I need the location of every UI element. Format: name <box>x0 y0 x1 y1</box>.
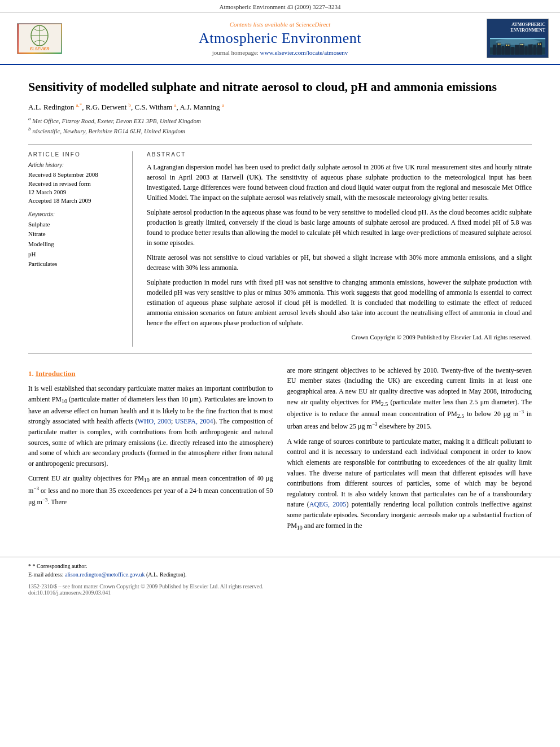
journal-title: Atmospheric Environment <box>79 30 481 47</box>
homepage-url[interactable]: www.elsevier.com/locate/atmosenv <box>260 49 348 56</box>
ref-usepa[interactable]: USEPA, 2004 <box>175 417 213 425</box>
footer-issn-area: 1352-2310/$ – see front matter Crown Cop… <box>0 583 560 601</box>
abstract-para-1: A Lagrangian dispersion model has been u… <box>147 162 532 203</box>
journal-logo-area: ATMOSPHERICENVIRONMENT <box>481 19 549 58</box>
page-wrapper: Atmospheric Environment 43 (2009) 3227–3… <box>0 0 560 601</box>
ref-who[interactable]: WHO, 2003 <box>138 417 171 425</box>
svg-rect-12 <box>515 45 519 55</box>
doi-line: doi:10.1016/j.atmosenv.2009.03.041 <box>28 589 532 596</box>
abstract-heading: ABSTRACT <box>147 151 532 158</box>
svg-rect-16 <box>533 45 536 55</box>
article-info-column: ARTICLE INFO Article history: Received 8… <box>28 151 133 347</box>
abstract-para-3: Nitrate aerosol was not sensitive to clo… <box>147 252 532 273</box>
affiliations: a Met Office, Fitzroy Road, Exeter, Devo… <box>28 115 532 136</box>
corresponding-author-note: * * Corresponding author. <box>28 562 532 570</box>
svg-rect-17 <box>537 42 542 55</box>
keyword-modelling: Modelling <box>28 239 124 250</box>
keywords-section: Keywords: Sulphate Nitrate Modelling pH … <box>28 211 124 269</box>
email-label: E-mail address: <box>28 571 63 578</box>
abstract-column: ABSTRACT A Lagrangian dispersion model h… <box>147 151 532 347</box>
corresponding-label: * Corresponding author. <box>33 563 88 569</box>
page-footer: * * Corresponding author. E-mail address… <box>0 557 560 579</box>
ref-aqeg[interactable]: AQEG, 2005 <box>309 500 347 508</box>
sciencedirect-prefix: Contents lists available at <box>230 21 296 28</box>
svg-rect-14 <box>525 46 528 55</box>
abstract-text: A Lagrangian dispersion model has been u… <box>147 162 532 342</box>
intro-para-3: are more stringent objectives to be achi… <box>287 365 532 432</box>
section1-number: 1. <box>28 369 34 378</box>
ae-journal-logo: ATMOSPHERICENVIRONMENT <box>487 19 549 58</box>
svg-text:ELSEVIER: ELSEVIER <box>29 47 49 51</box>
elsevier-logo-image: ELSEVIER <box>17 23 62 54</box>
journal-reference-bar: Atmospheric Environment 43 (2009) 3227–3… <box>0 0 560 13</box>
main-content: Sensitivity of modelled sulphate and nit… <box>0 65 560 548</box>
email-suffix: (A.L. Redington). <box>146 571 187 578</box>
affiliation-b: rdscientific, Newbury, Berkshire RG14 6L… <box>32 128 185 134</box>
body-right-column: are more stringent objectives to be achi… <box>287 365 532 537</box>
svg-rect-24 <box>538 43 539 45</box>
elsevier-logo: ELSEVIER <box>11 23 68 54</box>
svg-rect-11 <box>511 47 514 55</box>
journal-header: ELSEVIER Contents lists available at Sci… <box>0 13 560 65</box>
section1-heading: 1. Introduction <box>28 368 273 379</box>
copyright-line: Crown Copyright © 2009 Published by Else… <box>147 333 532 342</box>
email-note: E-mail address: alison.redington@metoffi… <box>28 570 532 579</box>
received-date: Received 8 September 2008 <box>28 171 124 179</box>
svg-rect-9 <box>502 46 505 55</box>
body-right-text: are more stringent objectives to be achi… <box>287 365 532 532</box>
body-left-text: It is well established that secondary pa… <box>28 383 273 507</box>
history-label: Article history: <box>28 162 124 168</box>
keywords-label: Keywords: <box>28 211 124 217</box>
authors-line: A.L. Redington a,*, R.G. Derwent b, C.S.… <box>28 102 532 112</box>
abstract-para-4: Sulphate production in model runs with f… <box>147 277 532 328</box>
abstract-para-2: Sulphate aerosol production in the aqueo… <box>147 207 532 248</box>
section1-title: Introduction <box>36 369 76 378</box>
article-info-heading: ARTICLE INFO <box>28 151 124 158</box>
body-left-column: 1. Introduction It is well established t… <box>28 365 273 537</box>
ae-logo-image <box>490 38 545 55</box>
email-address[interactable]: alison.redington@metoffice.gov.uk <box>65 571 145 578</box>
svg-rect-18 <box>498 43 499 45</box>
ae-logo-title: ATMOSPHERICENVIRONMENT <box>490 22 545 33</box>
journal-reference-text: Atmospheric Environment 43 (2009) 3227–3… <box>219 3 340 10</box>
elsevier-logo-area: ELSEVIER <box>11 23 79 54</box>
keyword-ph: pH <box>28 250 124 260</box>
keyword-nitrate: Nitrate <box>28 229 124 239</box>
keyword-sulphate: Sulphate <box>28 220 124 230</box>
svg-rect-15 <box>528 44 533 55</box>
intro-para-2: Current EU air quality objectives for PM… <box>28 473 273 507</box>
issn-line: 1352-2310/$ – see front matter Crown Cop… <box>28 583 532 589</box>
homepage-prefix: journal homepage: <box>212 49 260 56</box>
accepted-date: Accepted 18 March 2009 <box>28 196 124 205</box>
sciencedirect-name[interactable]: ScienceDirect <box>296 21 330 28</box>
journal-header-center: Contents lists available at ScienceDirec… <box>79 21 481 56</box>
sciencedirect-link: Contents lists available at ScienceDirec… <box>79 21 481 28</box>
keyword-particulates: Particulates <box>28 259 124 269</box>
article-title: Sensitivity of modelled sulphate and nit… <box>28 79 532 95</box>
svg-rect-25 <box>540 43 541 45</box>
body-content: 1. Introduction It is well established t… <box>28 365 532 537</box>
journal-homepage: journal homepage: www.elsevier.com/locat… <box>79 49 481 56</box>
svg-rect-10 <box>505 43 510 55</box>
affiliation-a: Met Office, Fitzroy Road, Exeter, Devon … <box>32 117 201 124</box>
intro-para-4: A wide range of sources contribute to pa… <box>287 436 532 532</box>
intro-para-1: It is well established that secondary pa… <box>28 383 273 469</box>
svg-rect-20 <box>506 45 507 46</box>
received-revised-date: Received in revised form12 March 2009 <box>28 180 124 197</box>
svg-rect-7 <box>493 45 496 55</box>
article-info-abstract-section: ARTICLE INFO Article history: Received 8… <box>28 144 532 354</box>
